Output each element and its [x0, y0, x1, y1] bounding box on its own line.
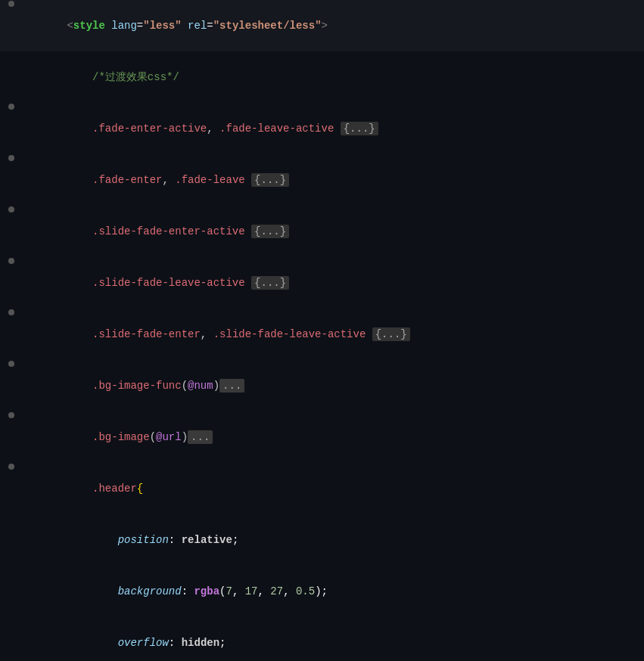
attr-rel-val: "stylesheet/less": [213, 20, 322, 32]
val-relative: relative: [182, 534, 232, 546]
line-9: .bg-image(@url)...: [0, 411, 644, 463]
line-content-10: .header{: [23, 464, 644, 514]
line-content-2: /*过渡效果css*/: [23, 52, 644, 102]
gutter-5: [0, 206, 23, 213]
selector-slide-fade-enter2: .slide-fade-enter: [92, 328, 201, 340]
line-dot-6: [8, 258, 14, 264]
selector-slide-fade-leave2: .slide-fade-leave-active: [213, 328, 366, 340]
prop-position: position: [118, 534, 169, 546]
at-num: @num: [188, 380, 213, 392]
line-dot-13: [8, 618, 14, 624]
gutter-4: [0, 155, 23, 161]
val-17: 17: [245, 585, 258, 597]
line-2: /*过渡效果css*/: [0, 51, 644, 103]
attr-lang-val: "less": [143, 20, 181, 32]
line-dot-10: [8, 464, 14, 470]
gutter-2: [0, 52, 23, 58]
attr-rel: rel: [188, 20, 207, 32]
line-13: overflow: hidden;: [0, 617, 644, 661]
selector-bg-image-func: .bg-image-func: [92, 380, 182, 392]
line-dot-7: [8, 309, 14, 315]
line-3: .fade-enter-active, .fade-leave-active {…: [0, 103, 644, 154]
line-8: .bg-image-func(@num)...: [0, 360, 644, 411]
line-content-9: .bg-image(@url)...: [23, 412, 644, 462]
selector-fade-enter-active: .fade-enter-active: [92, 123, 207, 135]
line-content-3: .fade-enter-active, .fade-leave-active {…: [23, 104, 644, 154]
line-5: .slide-fade-enter-active {...}: [0, 206, 644, 257]
at-url: @url: [156, 431, 182, 443]
gutter-8: [0, 361, 23, 367]
gutter-10: [0, 464, 23, 470]
selector-slide-fade-leave: .slide-fade-leave-active: [92, 277, 245, 289]
selector-fade-leave-active: .fade-leave-active: [219, 123, 334, 135]
line-content-1: <style lang="less" rel="stylesheet/less"…: [23, 1, 644, 51]
editor-container: <style lang="less" rel="stylesheet/less"…: [0, 0, 644, 661]
line-content-13: overflow: hidden;: [23, 618, 644, 661]
line-11: position: relative;: [0, 514, 644, 566]
line-content-6: .slide-fade-leave-active {...}: [23, 258, 644, 308]
comment-transition: /*过渡效果css*/: [92, 71, 179, 83]
gutter-3: [0, 104, 23, 110]
gutter-9: [0, 412, 23, 418]
selector-header: .header: [92, 483, 137, 495]
val-hidden: hidden: [182, 637, 219, 649]
selector-fade-enter: .fade-enter: [92, 174, 162, 186]
brace-open-header: {: [137, 483, 143, 495]
line-dot-5: [8, 206, 14, 213]
gutter-11: [0, 515, 23, 521]
line-dot-1: [8, 1, 14, 7]
tag-style: style: [73, 20, 105, 32]
bracket: <: [67, 20, 73, 32]
line-dot-9: [8, 412, 14, 418]
line-dot-11: [8, 515, 14, 521]
line-dot-2: [8, 52, 14, 58]
line-12: background: rgba(7, 17, 27, 0.5);: [0, 566, 644, 617]
line-6: .slide-fade-leave-active {...}: [0, 257, 644, 309]
val-27: 27: [270, 585, 283, 597]
selector-bg-image: .bg-image: [92, 431, 150, 443]
gutter-1: [0, 1, 23, 7]
line-content-7: .slide-fade-enter, .slide-fade-leave-act…: [23, 309, 644, 359]
line-dot-4: [8, 155, 14, 161]
val-7: 7: [226, 585, 232, 597]
prop-overflow: overflow: [118, 637, 169, 649]
line-content-12: background: rgba(7, 17, 27, 0.5);: [23, 566, 644, 616]
line-dot-3: [8, 104, 14, 110]
line-content-8: .bg-image-func(@num)...: [23, 361, 644, 411]
line-content-5: .slide-fade-enter-active {...}: [23, 206, 644, 256]
selector-slide-fade-enter: .slide-fade-enter-active: [92, 225, 245, 237]
line-4: .fade-enter, .fade-leave {...}: [0, 154, 644, 206]
val-0-5: 0.5: [296, 585, 315, 597]
line-dot-8: [8, 361, 14, 367]
gutter-7: [0, 309, 23, 315]
selector-fade-leave: .fade-leave: [175, 174, 244, 186]
line-7: .slide-fade-enter, .slide-fade-leave-act…: [0, 309, 644, 360]
line-content-11: position: relative;: [23, 515, 644, 565]
prop-background: background: [118, 585, 182, 597]
gutter-6: [0, 258, 23, 264]
gutter-13: [0, 618, 23, 624]
gutter-12: [0, 566, 23, 573]
line-1: <style lang="less" rel="stylesheet/less"…: [0, 0, 644, 51]
attr-lang: lang: [111, 20, 137, 32]
line-10: .header{: [0, 463, 644, 514]
line-content-4: .fade-enter, .fade-leave {...}: [23, 155, 644, 205]
val-rgba: rgba: [194, 585, 219, 597]
line-dot-12: [8, 566, 14, 573]
